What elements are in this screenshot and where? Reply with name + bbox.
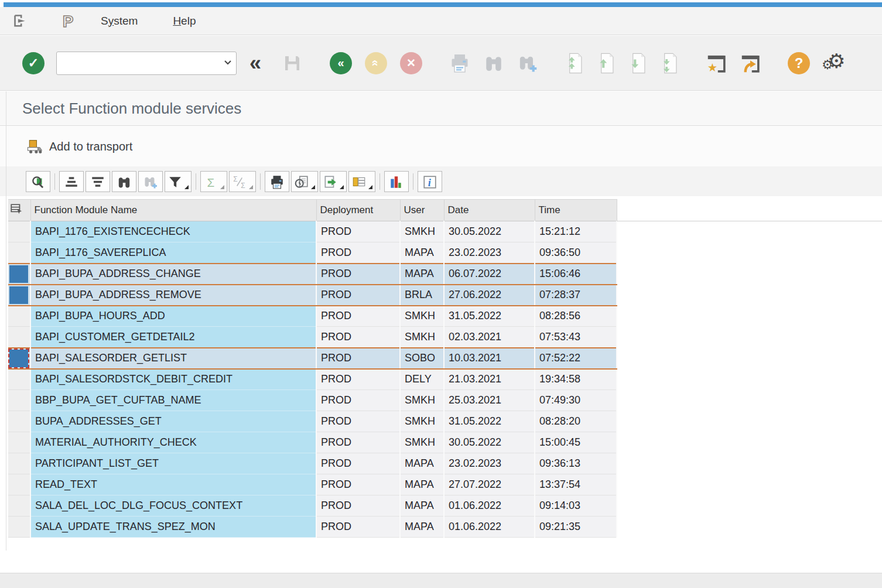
- menu-help[interactable]: Help: [167, 12, 201, 30]
- cell-time[interactable]: 09:14:03: [535, 495, 617, 517]
- cell-date[interactable]: 27.07.2022: [444, 474, 535, 495]
- cell-function-module-name[interactable]: BAPI_SALESORDER_GETLIST: [30, 348, 316, 369]
- views-icon[interactable]: [291, 171, 318, 192]
- select-all-button[interactable]: [8, 200, 30, 221]
- cell-user[interactable]: SMKH: [400, 432, 444, 453]
- cell-deployment[interactable]: PROD: [316, 453, 400, 474]
- cell-deployment[interactable]: PROD: [316, 411, 400, 432]
- cell-deployment[interactable]: PROD: [316, 221, 400, 242]
- cell-function-module-name[interactable]: BAPI_CUSTOMER_GETDETAIL2: [30, 327, 316, 348]
- customize-layout-icon[interactable]: ⚙⚙: [823, 52, 849, 75]
- column-header-user[interactable]: User: [400, 200, 444, 221]
- row-select-cell[interactable]: [8, 369, 30, 390]
- cell-function-module-name[interactable]: BAPI_SALESORDSTCK_DEBIT_CREDIT: [30, 369, 316, 390]
- cell-date[interactable]: 30.05.2022: [444, 221, 535, 242]
- row-select-cell[interactable]: [8, 495, 30, 517]
- cell-date[interactable]: 31.05.2022: [444, 306, 535, 327]
- cell-date[interactable]: 21.03.2021: [444, 369, 535, 390]
- info-icon[interactable]: i: [418, 171, 442, 192]
- cell-function-module-name[interactable]: PARTICIPANT_LIST_GET: [30, 453, 316, 474]
- cell-date[interactable]: 23.02.2023: [444, 242, 535, 264]
- cell-time[interactable]: 07:52:22: [535, 348, 617, 369]
- cell-deployment[interactable]: PROD: [316, 495, 400, 517]
- cell-user[interactable]: SMKH: [400, 411, 444, 432]
- menu-system[interactable]: System: [95, 12, 143, 30]
- table-row[interactable]: MATERIAL_AUTHORITY_CHECK PROD SMKH 30.05…: [8, 432, 617, 453]
- cell-user[interactable]: MAPA: [400, 495, 444, 517]
- table-row[interactable]: BAPI_CUSTOMER_GETDETAIL2 PROD SMKH 02.03…: [8, 327, 617, 348]
- cell-user[interactable]: MAPA: [400, 453, 444, 474]
- row-select-cell[interactable]: [8, 517, 30, 538]
- cell-user[interactable]: SMKH: [400, 390, 444, 411]
- cell-time[interactable]: 08:28:56: [535, 306, 617, 327]
- cell-time[interactable]: 08:28:20: [535, 411, 617, 432]
- cell-deployment[interactable]: PROD: [316, 242, 400, 264]
- table-row[interactable]: READ_TEXT PROD MAPA 27.07.2022 13:37:54: [8, 474, 617, 495]
- cell-user[interactable]: SOBO: [400, 348, 444, 369]
- cell-deployment[interactable]: PROD: [316, 517, 400, 538]
- cell-date[interactable]: 06.07.2022: [444, 264, 535, 285]
- cell-user[interactable]: MAPA: [400, 242, 444, 264]
- table-row[interactable]: BAPI_1176_SAVEREPLICA PROD MAPA 23.02.20…: [8, 242, 617, 264]
- cell-deployment[interactable]: PROD: [316, 306, 400, 327]
- sap-session-icon[interactable]: P: [59, 12, 78, 30]
- cell-date[interactable]: 27.06.2022: [444, 285, 535, 306]
- row-select-cell[interactable]: [8, 432, 30, 453]
- table-row[interactable]: BAPI_BUPA_ADDRESS_REMOVE PROD BRLA 27.06…: [8, 285, 617, 306]
- cell-date[interactable]: 23.02.2023: [444, 453, 535, 474]
- cell-function-module-name[interactable]: BBP_BUPA_GET_CUFTAB_NAME: [30, 390, 316, 411]
- help-icon[interactable]: ?: [788, 52, 810, 74]
- exit-up-circle-icon[interactable]: «: [365, 52, 387, 74]
- cell-deployment[interactable]: PROD: [316, 369, 400, 390]
- row-select-cell[interactable]: [8, 242, 30, 264]
- cell-deployment[interactable]: PROD: [316, 264, 400, 285]
- table-row[interactable]: BAPI_1176_EXISTENCECHECK PROD SMKH 30.05…: [8, 221, 617, 242]
- cell-time[interactable]: 09:36:50: [535, 242, 617, 264]
- column-header-date[interactable]: Date: [444, 200, 535, 221]
- cell-date[interactable]: 01.06.2022: [444, 495, 535, 517]
- cell-function-module-name[interactable]: SALA_DEL_LOC_DLG_FOCUS_CONTEXT: [30, 495, 316, 517]
- chevron-down-icon[interactable]: [224, 59, 232, 66]
- create-shortcut-icon[interactable]: [740, 53, 761, 74]
- cell-user[interactable]: SMKH: [400, 327, 444, 348]
- cell-date[interactable]: 25.03.2021: [444, 390, 535, 411]
- cell-time[interactable]: 19:34:58: [535, 369, 617, 390]
- cell-function-module-name[interactable]: SALA_UPDATE_TRANS_SPEZ_MON: [30, 517, 316, 538]
- table-row[interactable]: BAPI_BUPA_ADDRESS_CHANGE PROD MAPA 06.07…: [8, 264, 617, 285]
- table-row[interactable]: BAPI_SALESORDER_GETLIST PROD SOBO 10.03.…: [8, 348, 617, 369]
- column-header-function-module-name[interactable]: Function Module Name: [30, 200, 316, 221]
- table-row[interactable]: BUPA_ADDRESSES_GET PROD SMKH 31.05.2022 …: [8, 411, 617, 432]
- cell-time[interactable]: 07:49:30: [535, 390, 617, 411]
- cell-user[interactable]: MAPA: [400, 474, 444, 495]
- cell-function-module-name[interactable]: READ_TEXT: [30, 474, 316, 495]
- exit-icon[interactable]: [11, 12, 30, 30]
- cell-time[interactable]: 15:21:12: [535, 221, 617, 242]
- row-select-cell[interactable]: [8, 453, 30, 474]
- choose-layout-icon[interactable]: [348, 171, 375, 192]
- table-row[interactable]: BBP_BUPA_GET_CUFTAB_NAME PROD SMKH 25.03…: [8, 390, 617, 411]
- cell-function-module-name[interactable]: BAPI_1176_EXISTENCECHECK: [30, 221, 316, 242]
- cell-deployment[interactable]: PROD: [316, 432, 400, 453]
- command-field[interactable]: [56, 52, 237, 75]
- cell-time[interactable]: 13:37:54: [535, 474, 617, 495]
- cell-user[interactable]: DELY: [400, 369, 444, 390]
- enter-check-icon[interactable]: ✓: [22, 52, 45, 74]
- row-select-cell[interactable]: [8, 221, 30, 242]
- row-select-cell[interactable]: [8, 390, 30, 411]
- sort-ascending-icon[interactable]: [59, 171, 84, 192]
- table-row[interactable]: SALA_DEL_LOC_DLG_FOCUS_CONTEXT PROD MAPA…: [8, 495, 617, 517]
- cell-date[interactable]: 30.05.2022: [444, 432, 535, 453]
- cell-deployment[interactable]: PROD: [316, 285, 400, 306]
- cell-date[interactable]: 01.06.2022: [444, 517, 535, 538]
- cell-function-module-name[interactable]: BAPI_BUPA_HOURS_ADD: [30, 306, 316, 327]
- cell-deployment[interactable]: PROD: [316, 390, 400, 411]
- cell-user[interactable]: SMKH: [400, 221, 444, 242]
- sort-descending-icon[interactable]: [86, 171, 110, 192]
- cell-user[interactable]: MAPA: [400, 264, 444, 285]
- cell-time[interactable]: 15:06:46: [535, 264, 617, 285]
- column-header-deployment[interactable]: Deployment: [316, 200, 400, 221]
- row-select-cell[interactable]: [8, 306, 30, 327]
- cell-time[interactable]: 09:36:13: [535, 453, 617, 474]
- cell-date[interactable]: 10.03.2021: [444, 348, 535, 369]
- row-select-cell[interactable]: [8, 264, 30, 285]
